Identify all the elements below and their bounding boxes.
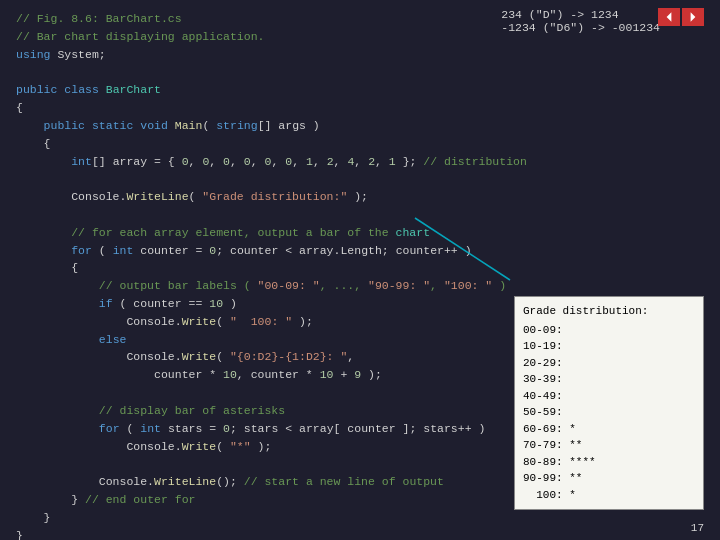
output-row: 30-39: (523, 371, 695, 388)
code-line: for ( int counter = 0; counter < array.L… (16, 242, 704, 260)
code-line: { (16, 135, 704, 153)
code-line (16, 206, 704, 224)
output-row: 50-59: (523, 404, 695, 421)
output-row: 90-99: ** (523, 470, 695, 487)
code-line: using System; (16, 46, 704, 64)
code-line: } (16, 509, 704, 527)
output-row: 100: * (523, 487, 695, 504)
code-line (16, 63, 704, 81)
output-row: 60-69: * (523, 421, 695, 438)
code-line: public class BarChart (16, 81, 704, 99)
output-row: 70-79: ** (523, 437, 695, 454)
page-number: 17 (691, 522, 704, 534)
output-row: 80-89: **** (523, 454, 695, 471)
output-row: 00-09: (523, 322, 695, 339)
code-line: } (16, 527, 704, 540)
output-box: Grade distribution: 00-09: 10-19: 20-29:… (514, 296, 704, 510)
code-line: { (16, 99, 704, 117)
output-row: 10-19: (523, 338, 695, 355)
code-line: { (16, 259, 704, 277)
output-title: Grade distribution: (523, 303, 695, 320)
code-line: // output bar labels ( "00-09: ", ..., "… (16, 277, 704, 295)
code-line: int[] array = { 0, 0, 0, 0, 0, 0, 1, 2, … (16, 153, 704, 171)
output-row: 40-49: (523, 388, 695, 405)
code-line: // Bar chart displaying application. (16, 28, 704, 46)
main-container: 234 ("D") -> 1234 -1234 ("D6") -> -00123… (0, 0, 720, 540)
output-row: 20-29: (523, 355, 695, 372)
code-line: // Fig. 8.6: BarChart.cs (16, 10, 704, 28)
code-line: Console.WriteLine( "Grade distribution:"… (16, 188, 704, 206)
code-line: public static void Main( string[] args ) (16, 117, 704, 135)
code-line: // for each array element, output a bar … (16, 224, 704, 242)
code-line (16, 170, 704, 188)
